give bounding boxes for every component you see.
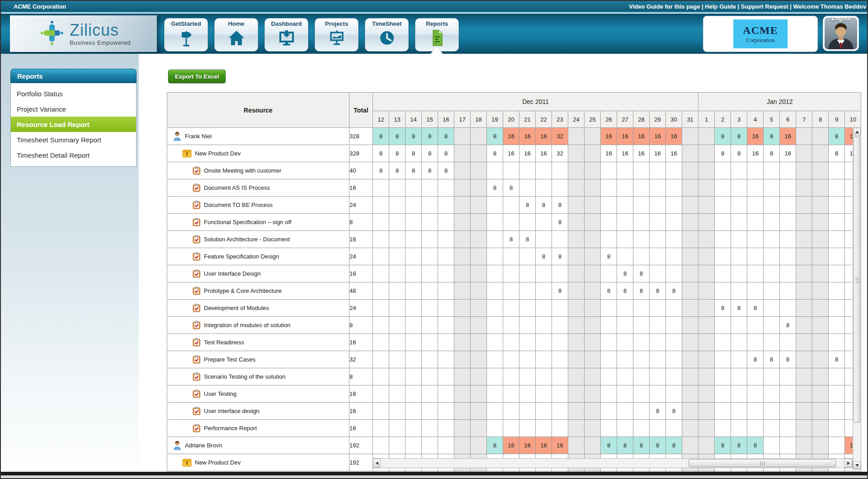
load-cell: [552, 385, 568, 403]
load-cell: 16: [536, 145, 552, 162]
tab-home[interactable]: Home: [214, 18, 258, 52]
tab-getstarted[interactable]: GetStarted: [164, 18, 208, 52]
load-cell: [487, 231, 503, 248]
load-cell: [650, 385, 666, 403]
resource-cell[interactable]: New Product Dev: [167, 454, 349, 471]
load-cell: [682, 317, 698, 334]
horizontal-scrollbar[interactable]: [373, 458, 853, 468]
total-cell: 192: [349, 454, 373, 471]
tab-timesheet[interactable]: TimeSheet: [365, 18, 409, 52]
resource-cell[interactable]: Document TO BE Process: [167, 197, 349, 214]
title-bar: ACME Corporation Video Guide for this pa…: [1, 1, 867, 13]
load-cell: [829, 179, 845, 197]
load-cell: [764, 248, 780, 265]
scroll-right-arrow[interactable]: [844, 459, 852, 468]
load-cell: [764, 179, 780, 197]
resource-cell[interactable]: User interface design: [167, 403, 349, 420]
load-cell: [422, 197, 438, 214]
tab-projects[interactable]: Projects: [315, 18, 359, 52]
vertical-scroll-thumb[interactable]: [854, 136, 860, 423]
export-to-excel-button[interactable]: Export To Excel: [168, 70, 226, 83]
tab-reports[interactable]: Reports: [415, 18, 459, 52]
sidebar-item-timesheet-summary[interactable]: Timesheet Summary Report: [11, 132, 136, 147]
load-cell: [796, 231, 812, 248]
load-cell: [471, 403, 487, 420]
scroll-left-arrow[interactable]: [373, 459, 381, 468]
resource-cell[interactable]: Adriane Brovn: [167, 437, 349, 454]
sidebar-item-portfolio-status[interactable]: Portfolio Status: [11, 86, 136, 101]
load-cell: [698, 385, 715, 403]
load-cell: [422, 265, 438, 282]
load-cell: [698, 145, 715, 162]
load-cell: [731, 197, 747, 214]
load-cell: [585, 334, 601, 351]
load-cell: [552, 300, 568, 317]
load-cell: [503, 214, 519, 231]
load-cell: [389, 334, 406, 351]
resource-cell[interactable]: Development of Modules: [167, 300, 349, 317]
load-cell: [747, 334, 764, 351]
header-links[interactable]: Video Guide for this page | Help Guide |…: [629, 3, 866, 10]
sidebar-item-project-variance[interactable]: Project Variance: [11, 101, 136, 117]
horizontal-scroll-thumb[interactable]: [689, 459, 836, 467]
load-cell: [454, 162, 471, 179]
load-cell: 8: [552, 197, 568, 214]
load-cell: [698, 179, 715, 197]
load-cell: [585, 265, 601, 282]
logout-link[interactable]: Logout: [826, 15, 857, 22]
resource-cell[interactable]: User Interface Design: [167, 265, 349, 282]
load-cell: [698, 420, 715, 437]
resource-name: Integration of modules of solution: [204, 322, 291, 329]
load-cell: [780, 162, 796, 179]
load-cell: [568, 214, 585, 231]
load-cell: 8: [747, 351, 764, 368]
total-cell: 8: [349, 317, 373, 334]
load-cell: 8: [406, 162, 422, 179]
clock-icon: [378, 28, 396, 49]
resource-cell[interactable]: Document AS IS Process: [167, 179, 349, 197]
vertical-scrollbar[interactable]: [853, 127, 861, 470]
load-cell: [617, 420, 633, 437]
load-cell: [829, 197, 845, 214]
load-cell: [731, 214, 747, 231]
load-cell: [373, 282, 389, 300]
resource-cell[interactable]: Performance Report: [167, 420, 349, 437]
scroll-up-arrow[interactable]: [853, 128, 861, 136]
app-window: ACME Corporation Video Guide for this pa…: [0, 0, 868, 479]
load-cell: [682, 128, 698, 145]
resource-cell[interactable]: Solution Architecture - Document: [167, 231, 349, 248]
resource-cell[interactable]: Onsite Meeting with customer: [167, 162, 349, 179]
load-cell: [698, 265, 715, 282]
load-cell: 8: [503, 179, 519, 197]
resource-cell[interactable]: New Product Dev: [167, 145, 349, 162]
load-cell: 8: [503, 231, 519, 248]
load-cell: [715, 179, 731, 197]
resource-cell[interactable]: Prototype & Core Architecture: [167, 282, 349, 300]
day-header: 31: [682, 111, 698, 128]
resource-cell[interactable]: Prepare Test Cases: [167, 351, 349, 368]
resource-cell[interactable]: Integration of modules of solution: [167, 317, 349, 334]
load-cell: [829, 282, 845, 300]
load-cell: [438, 231, 454, 248]
resource-cell[interactable]: Functional Specification – sign off: [167, 214, 349, 231]
resource-cell[interactable]: User Testing: [167, 385, 349, 403]
resource-cell[interactable]: Test Readiness: [167, 334, 349, 351]
total-cell: 32: [349, 351, 373, 368]
load-cell: [536, 179, 552, 197]
load-cell: [487, 162, 503, 179]
load-cell: [764, 420, 780, 437]
sidebar-item-timesheet-detail[interactable]: Timesheet Detail Report: [11, 147, 136, 163]
resource-cell[interactable]: Frank Niel: [167, 128, 349, 145]
load-cell: [536, 162, 552, 179]
scroll-down-arrow[interactable]: [853, 461, 861, 469]
load-cell: 8: [764, 145, 780, 162]
load-cell: [389, 300, 406, 317]
load-cell: [519, 351, 536, 368]
resource-name: New Product Dev: [195, 459, 241, 466]
load-cell: [633, 385, 650, 403]
resource-cell[interactable]: Feature Specification Design: [167, 248, 349, 265]
tab-dashboard[interactable]: Dashboard: [264, 18, 308, 52]
load-cell: [454, 385, 471, 403]
sidebar-item-resource-load-report[interactable]: Resource Load Report: [11, 117, 136, 132]
resource-cell[interactable]: Scenario Testing of the solution: [167, 368, 349, 385]
